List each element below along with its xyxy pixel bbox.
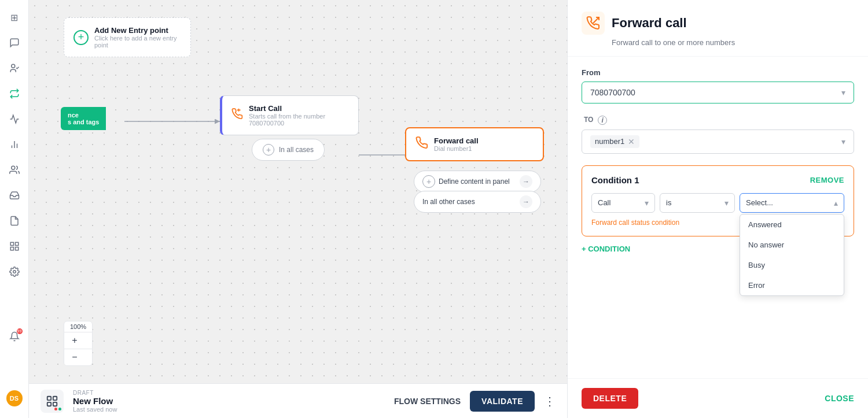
forward-call-node-title: Forward call: [434, 136, 479, 145]
notification-bell[interactable]: 99: [4, 326, 25, 347]
start-call-subtitle: Starts call from the number: [249, 113, 325, 120]
condition-title: Condition 1: [591, 175, 639, 185]
sidebar-icon-reports[interactable]: [4, 210, 25, 231]
panel-subtitle: Forward call to one or more numbers: [612, 38, 854, 47]
panel-title: Forward call: [612, 16, 687, 31]
other-cases-arrow[interactable]: →: [520, 195, 532, 208]
to-label: TO i: [582, 115, 854, 125]
sidebar-icon-grid[interactable]: ⊞: [4, 7, 25, 28]
dropdown-item-error[interactable]: Error: [740, 275, 844, 295]
call-type-chevron: ▾: [645, 198, 649, 208]
svg-point-9: [13, 271, 16, 273]
flow-icon: [41, 390, 64, 413]
condition-1-section: Condition 1 REMOVE Call ▾ is ▾ Select...: [582, 165, 854, 236]
to-tag-remove[interactable]: ✕: [628, 137, 635, 146]
zoom-in-button[interactable]: +: [64, 332, 85, 349]
sidebar: ⊞ 99 DS: [0, 0, 29, 418]
sidebar-icon-flows[interactable]: [4, 83, 25, 104]
bottom-right-actions: FLOW SETTINGS VALIDATE ⋮: [382, 383, 567, 418]
condition-value-chevron: ▴: [834, 198, 838, 208]
start-call-icon: [231, 108, 243, 123]
sidebar-icon-contacts[interactable]: [4, 58, 25, 79]
condition-value-dropdown[interactable]: Select... ▴ Answered No answer Busy Erro…: [740, 193, 844, 213]
condition-value-trigger[interactable]: Select... ▴: [740, 193, 844, 213]
svg-rect-5: [10, 242, 13, 245]
start-call-number: 7080700700: [249, 120, 325, 127]
from-value: 7080700700: [590, 88, 635, 97]
to-tag: number1 ✕: [590, 135, 639, 148]
close-button[interactable]: CLOSE: [825, 394, 854, 403]
dropdown-item-no-answer[interactable]: No answer: [740, 235, 844, 255]
svg-rect-7: [15, 247, 18, 250]
svg-point-4: [11, 166, 14, 169]
entry-label-text2: s and tags: [68, 119, 99, 125]
add-entry-icon: +: [73, 30, 89, 45]
add-entry-point-node[interactable]: + Add New Entry point Click here to add …: [64, 17, 191, 57]
svg-rect-15: [53, 402, 57, 405]
to-select[interactable]: number1 ✕ ▾: [582, 130, 854, 154]
delete-button[interactable]: DELETE: [582, 388, 638, 409]
entry-label-node[interactable]: nce s and tags: [61, 107, 106, 130]
define-content-arrow[interactable]: →: [520, 175, 532, 188]
right-panel: Forward call Forward call to one or more…: [567, 0, 868, 418]
more-options-button[interactable]: ⋮: [544, 394, 556, 408]
flow-settings-button[interactable]: FLOW SETTINGS: [394, 397, 461, 406]
user-avatar[interactable]: DS: [6, 390, 23, 406]
other-cases-label: In all other cases: [422, 198, 475, 206]
start-call-title: Start Call: [249, 104, 325, 113]
add-condition-plus[interactable]: +: [422, 175, 435, 188]
panel-footer: DELETE CLOSE: [568, 378, 868, 418]
svg-rect-13: [47, 396, 51, 399]
condition-operator-value: is: [666, 198, 671, 207]
validate-button[interactable]: VALIDATE: [470, 391, 535, 412]
call-type-select[interactable]: Call ▾: [591, 193, 655, 213]
condition-select-placeholder: Select...: [746, 198, 773, 207]
in-all-cases-node[interactable]: + In all cases: [252, 139, 325, 161]
panel-header: Forward call Forward call to one or more…: [568, 0, 868, 57]
from-label: From: [582, 68, 854, 77]
other-cases-node[interactable]: In all other cases →: [414, 191, 541, 213]
zoom-level: 100%: [64, 321, 92, 332]
panel-body: From 7080700700 ▾ TO i number1 ✕ ▾ Condi…: [568, 57, 868, 378]
zoom-out-button[interactable]: −: [64, 349, 85, 365]
sidebar-icon-settings[interactable]: [4, 261, 25, 282]
call-type-value: Call: [598, 198, 610, 207]
sidebar-icon-campaigns[interactable]: [4, 109, 25, 130]
add-entry-title: Add New Entry point: [94, 26, 181, 35]
add-case-button[interactable]: +: [263, 144, 274, 156]
from-select[interactable]: 7080700700 ▾: [582, 82, 854, 103]
svg-point-0: [11, 64, 14, 68]
sidebar-icon-inbox[interactable]: [4, 185, 25, 206]
forward-call-node-subtitle: Dial number1: [434, 145, 479, 152]
flow-dots: [54, 408, 61, 410]
define-content-node[interactable]: + Define content in panel →: [414, 171, 541, 193]
svg-rect-8: [10, 247, 13, 250]
sidebar-icon-analytics[interactable]: [4, 134, 25, 155]
dropdown-item-busy[interactable]: Busy: [740, 255, 844, 275]
svg-rect-16: [47, 402, 51, 405]
in-all-cases-label: In all cases: [279, 146, 314, 154]
svg-rect-14: [53, 396, 57, 399]
to-chevron-icon: ▾: [841, 137, 845, 146]
add-entry-subtitle: Click here to add a new entry point: [94, 35, 181, 49]
add-condition-button[interactable]: + CONDITION: [582, 245, 630, 253]
notification-badge: 99: [17, 328, 23, 334]
define-content-label: Define content in panel: [439, 177, 510, 186]
sidebar-icon-chat[interactable]: [4, 32, 25, 53]
panel-title-icon: [582, 12, 605, 35]
from-chevron-icon: ▾: [841, 88, 845, 97]
dropdown-item-answered[interactable]: Answered: [740, 214, 844, 235]
sidebar-icon-team[interactable]: [4, 160, 25, 180]
canvas-area: + Add New Entry point Click here to add …: [29, 0, 567, 418]
condition-header: Condition 1 REMOVE: [591, 175, 844, 185]
zoom-controls: 100% + −: [64, 321, 93, 366]
forward-call-node[interactable]: Forward call Dial number1: [405, 127, 544, 161]
sidebar-icon-integrations[interactable]: [4, 236, 25, 257]
svg-rect-6: [15, 242, 18, 245]
condition-operator-select[interactable]: is ▾: [660, 193, 735, 213]
to-info-icon: i: [598, 116, 607, 125]
forward-call-icon: [415, 136, 428, 152]
start-call-node[interactable]: Start Call Starts call from the number 7…: [220, 95, 359, 135]
remove-condition-button[interactable]: REMOVE: [810, 176, 844, 184]
entry-label-text: nce: [68, 112, 99, 119]
